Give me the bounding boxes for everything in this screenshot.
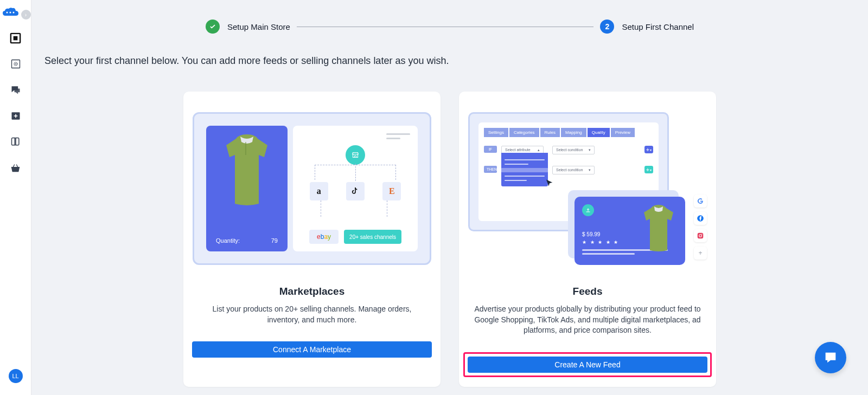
google-icon: [694, 195, 707, 208]
main-content: Setup Main Store 2 Setup First Channel S…: [31, 0, 868, 395]
nav-docs[interactable]: [0, 129, 31, 155]
step-2-label: Setup First Channel: [622, 22, 694, 31]
plus-icon: +▾: [644, 166, 653, 173]
feeds-description: Advertise your products globally by dist…: [468, 304, 707, 336]
feeds-title: Feeds: [573, 286, 603, 297]
stepper: Setup Main Store 2 Setup First Channel: [206, 20, 694, 34]
polo-shirt-icon: [220, 133, 274, 209]
svg-point-12: [701, 234, 702, 234]
svg-point-2: [12, 12, 14, 14]
connect-marketplace-button[interactable]: Connect A Marketplace: [192, 341, 432, 358]
cards-row: Quantity: 79 a E: [44, 92, 855, 387]
logo-icon: [1, 7, 20, 22]
card-marketplaces: Quantity: 79 a E: [183, 92, 441, 387]
create-feed-button[interactable]: Create A New Feed: [468, 357, 707, 373]
svg-rect-10: [698, 233, 704, 239]
nav-add[interactable]: [0, 103, 31, 129]
illus-tab: Categories: [509, 128, 539, 137]
nav-settings[interactable]: [0, 51, 31, 77]
card-feeds: Settings Categories Rules Mapping Qualit…: [459, 92, 716, 387]
polo-shirt-icon: [640, 204, 678, 253]
illus-select: Select condition▾: [552, 166, 595, 174]
etsy-icon: E: [382, 182, 401, 200]
upload-icon: [582, 204, 594, 216]
nav-chat[interactable]: [0, 77, 31, 103]
step-2-number: 2: [600, 20, 614, 34]
chevron-right-icon: ›: [21, 10, 31, 20]
highlight-annotation: Create A New Feed: [463, 352, 712, 377]
avatar[interactable]: LL: [9, 369, 23, 383]
nav-basket[interactable]: [0, 155, 31, 181]
check-icon: [206, 20, 220, 34]
illus-tab: Settings: [484, 128, 508, 137]
svg-rect-4: [14, 36, 18, 40]
sidebar: › LL: [0, 0, 31, 395]
svg-point-7: [15, 63, 16, 64]
sales-channels-chip: 20+ sales channels: [344, 230, 401, 244]
facebook-icon: [694, 212, 707, 225]
illus-tab: Rules: [540, 128, 560, 137]
step-1: Setup Main Store: [206, 20, 290, 34]
logo[interactable]: ›: [1, 0, 31, 25]
marketplaces-title: Marketplaces: [279, 286, 344, 297]
tiktok-icon: [346, 182, 365, 200]
step-divider: [297, 27, 594, 27]
pill-then: THEN: [484, 166, 497, 173]
instruction-text: Select your first channel below. You can…: [44, 55, 855, 67]
amazon-icon: a: [310, 182, 328, 200]
feeds-illustration: Settings Categories Rules Mapping Qualit…: [468, 112, 707, 265]
illus-tab: Mapping: [561, 128, 586, 137]
nav-dashboard[interactable]: [0, 25, 31, 51]
illus-tab-active: Quality: [588, 128, 610, 137]
chat-fab[interactable]: [815, 342, 846, 373]
instagram-icon: [694, 229, 707, 242]
illus-select: Select condition▾: [552, 146, 595, 154]
cursor-icon: [545, 179, 554, 191]
step-1-label: Setup Main Store: [227, 22, 290, 31]
ebay-icon: ebay: [309, 230, 339, 244]
svg-point-1: [9, 12, 11, 14]
pill-if: IF: [484, 146, 497, 153]
svg-point-0: [6, 12, 8, 14]
quantity-value: 79: [271, 237, 278, 244]
add-social-icon: +: [694, 247, 707, 260]
illus-tab: Preview: [611, 128, 635, 137]
quantity-label: Quantity:: [216, 237, 240, 244]
plus-icon: +▾: [644, 146, 653, 153]
hub-icon: [346, 145, 365, 165]
step-2: 2 Setup First Channel: [600, 20, 694, 34]
marketplaces-illustration: Quantity: 79 a E: [193, 112, 431, 265]
marketplaces-description: List your products on 20+ selling channe…: [192, 304, 432, 325]
